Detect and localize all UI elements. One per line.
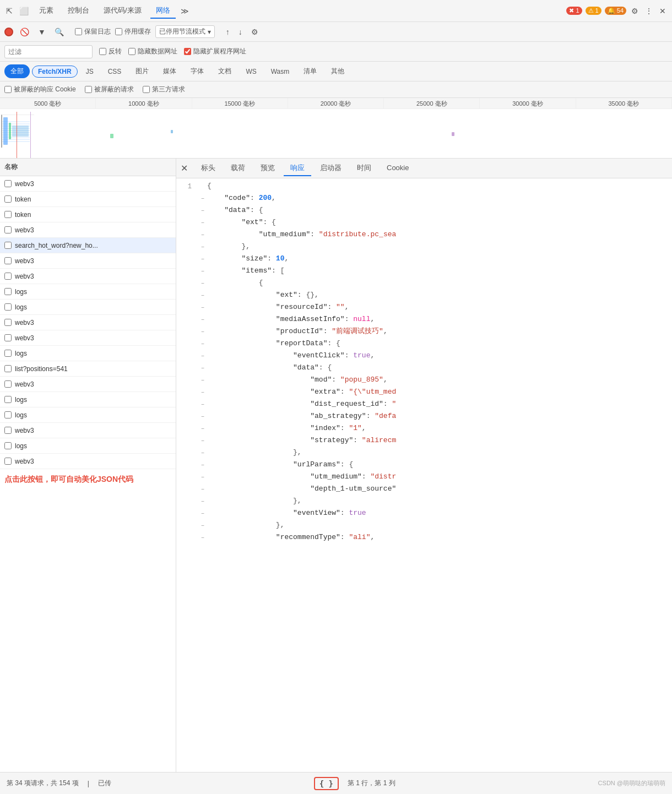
inspect-icon[interactable]: ⬜	[18, 5, 30, 17]
type-btn-ws[interactable]: WS	[240, 66, 262, 78]
timeline-label-7: 35000 毫秒	[576, 98, 672, 108]
top-toolbar: ⇱ ⬜ 元素 控制台 源代码/来源 网络 ≫ ✖ 1 ⚠ 1 🔔 54 ⚙ ⋮ …	[0, 0, 672, 22]
list-item[interactable]: webv3	[0, 176, 176, 192]
json-line: – "items": [	[176, 265, 672, 278]
throttle-select[interactable]: 已停用节流模式 ▾	[155, 25, 215, 38]
detail-tab-preview[interactable]: 预览	[254, 161, 281, 176]
type-btn-css[interactable]: CSS	[102, 66, 128, 78]
list-item[interactable]: logs	[0, 392, 176, 407]
json-line: – "mediaAssetInfo": null,	[176, 314, 672, 326]
json-line: – "extra": "{\"utm_med	[176, 387, 672, 399]
list-item[interactable]: webv3	[0, 330, 176, 346]
disable-cache-checkbox[interactable]: 停用缓存	[115, 27, 151, 36]
type-btn-js[interactable]: JS	[80, 66, 100, 78]
request-count: 第 34 项请求，共 154 项	[7, 779, 79, 788]
tab-console[interactable]: 控制台	[62, 3, 95, 19]
warn-badge[interactable]: ⚠ 1	[586, 7, 601, 15]
detail-tab-cookie[interactable]: Cookie	[380, 161, 415, 175]
tab-network[interactable]: 网络	[150, 3, 176, 19]
json-line: – "strategy": "alirecm	[176, 435, 672, 447]
type-btn-media[interactable]: 媒体	[157, 64, 182, 78]
settings2-icon[interactable]: ⚙	[249, 26, 261, 37]
list-item[interactable]: logs	[0, 346, 176, 361]
json-line: – },	[176, 447, 672, 459]
cursor-icon[interactable]: ⇱	[4, 5, 14, 17]
filter-icon[interactable]: ▼	[36, 26, 48, 37]
list-item[interactable]: webv3	[0, 377, 176, 392]
type-btn-doc[interactable]: 文档	[212, 64, 237, 78]
type-btn-all[interactable]: 全部	[4, 64, 30, 78]
list-item[interactable]: webv3	[0, 315, 176, 330]
filter-input[interactable]	[4, 45, 93, 58]
timeline-label-5: 25000 毫秒	[384, 98, 480, 108]
timeline-label-3: 15000 毫秒	[192, 98, 288, 108]
list-item[interactable]: webv3	[0, 269, 176, 284]
detail-tab-response[interactable]: 响应	[284, 161, 311, 176]
annotation-area: 点击此按钮，即可自动美化JSON代码	[0, 469, 176, 513]
json-line: – "reportData": {	[176, 338, 672, 350]
filter-bar: 反转 隐藏数据网址 隐藏扩展程序网址	[0, 42, 672, 62]
more-tabs[interactable]: ≫	[179, 5, 191, 17]
detail-tab-initiator[interactable]: 启动器	[313, 161, 348, 176]
list-item[interactable]: webv3	[0, 253, 176, 269]
list-item[interactable]: logs	[0, 300, 176, 315]
list-item[interactable]: token	[0, 192, 176, 207]
import-icon[interactable]: ↑	[224, 26, 232, 37]
type-btn-font[interactable]: 字体	[185, 64, 210, 78]
timeline-chart[interactable]	[0, 109, 672, 159]
detail-tab-payload[interactable]: 载荷	[224, 161, 252, 176]
list-item[interactable]: webv3	[0, 454, 176, 469]
list-item[interactable]: webv3	[0, 423, 176, 438]
timeline-label-2: 10000 毫秒	[96, 98, 192, 108]
export-icon[interactable]: ↓	[236, 26, 245, 37]
record-button[interactable]	[4, 28, 13, 36]
hide-ext-checkbox[interactable]: 隐藏扩展程序网址	[184, 47, 246, 56]
list-item[interactable]: logs	[0, 438, 176, 454]
second-toolbar: 🚫 ▼ 🔍 保留日志 停用缓存 已停用节流模式 ▾ ↑ ↓ ⚙	[0, 22, 672, 42]
tab-elements[interactable]: 元素	[34, 3, 59, 19]
type-btn-img[interactable]: 图片	[129, 64, 155, 78]
status-bar: 第 34 项请求，共 154 项 | 已传 { } 第 1 行，第 1 列 CS…	[0, 772, 672, 794]
info-badge[interactable]: 🔔 54	[605, 7, 626, 15]
json-line: – "size": 10,	[176, 253, 672, 265]
list-item[interactable]: logs	[0, 284, 176, 300]
type-btn-manifest[interactable]: 清单	[297, 64, 323, 78]
clear-button[interactable]: 🚫	[18, 26, 31, 37]
json-line: – "urlParams": {	[176, 459, 672, 471]
json-line: – "data": {	[176, 362, 672, 374]
json-line: – {	[176, 278, 672, 290]
list-item[interactable]: logs	[0, 407, 176, 423]
json-line: – "dist_request_id": "	[176, 399, 672, 411]
list-item[interactable]: token	[0, 207, 176, 222]
close-icon[interactable]: ✕	[658, 5, 668, 17]
timeline-label-6: 30000 毫秒	[480, 98, 576, 108]
third-party-checkbox[interactable]: 第三方请求	[143, 85, 185, 94]
detail-tab-timing[interactable]: 时间	[350, 161, 378, 176]
search-icon[interactable]: 🔍	[52, 26, 66, 37]
close-detail-button[interactable]: ✕	[181, 163, 188, 173]
list-item[interactable]: list?positions=541	[0, 361, 176, 377]
detail-tab-headers[interactable]: 标头	[194, 161, 222, 176]
settings-icon[interactable]: ⚙	[630, 5, 640, 17]
error-badge[interactable]: ✖ 1	[566, 7, 582, 15]
request-list-panel: 名称 webv3 token token webv3 search_hot_wo…	[0, 159, 176, 772]
type-btn-other[interactable]: 其他	[325, 64, 350, 78]
invert-checkbox[interactable]: 反转	[99, 47, 122, 56]
timeline-label-4: 20000 毫秒	[288, 98, 384, 108]
json-line: – "depth_1-utm_source"	[176, 483, 672, 496]
tab-sources[interactable]: 源代码/来源	[98, 3, 147, 19]
json-response-content: 1 { – "code": 200, – "data": { – "ext": …	[176, 178, 672, 772]
type-btn-fetch[interactable]: Fetch/XHR	[32, 66, 78, 78]
preserve-log-checkbox[interactable]: 保留日志	[75, 27, 111, 36]
json-line: – "recommendType": "ali",	[176, 532, 672, 544]
blocked-cookies-checkbox[interactable]: 被屏蔽的响应 Cookie	[4, 85, 76, 94]
detail-panel: ✕ 标头 载荷 预览 响应 启动器 时间 Cookie 1 { – "code"…	[176, 159, 672, 772]
timeline-label-1: 5000 毫秒	[0, 98, 96, 108]
format-json-button[interactable]: { }	[314, 777, 339, 790]
type-btn-wasm[interactable]: Wasm	[265, 66, 296, 78]
list-item-selected[interactable]: search_hot_word?new_ho...	[0, 238, 176, 253]
list-item[interactable]: webv3	[0, 222, 176, 238]
hide-data-urls-checkbox[interactable]: 隐藏数据网址	[128, 47, 177, 56]
more-options-icon[interactable]: ⋮	[643, 5, 654, 17]
blocked-requests-checkbox[interactable]: 被屏蔽的请求	[85, 85, 134, 94]
